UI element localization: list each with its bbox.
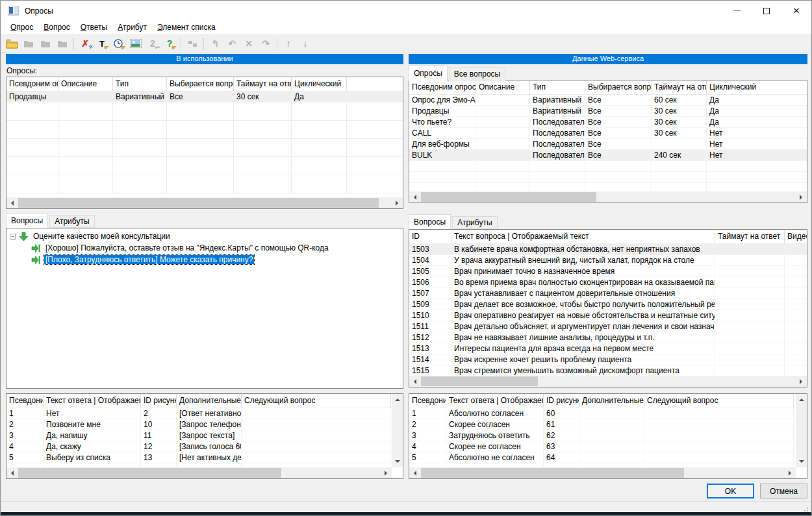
column-header[interactable]: Тип bbox=[113, 77, 167, 91]
column-header[interactable]: Дополнительные ... bbox=[177, 394, 242, 408]
table-row[interactable]: 1506Во время приема врач полностью сконц… bbox=[409, 277, 807, 288]
column-header[interactable]: Тип bbox=[530, 80, 585, 94]
tab-questions[interactable]: Вопросы bbox=[409, 214, 451, 229]
menu-vopros[interactable]: Вопрос bbox=[38, 21, 75, 33]
move-up-icon[interactable]: ↑ bbox=[280, 36, 297, 51]
vertical-scrollbar[interactable] bbox=[796, 394, 807, 467]
close-icon[interactable]: ✕ bbox=[781, 1, 811, 21]
scroll-left-icon[interactable] bbox=[409, 191, 420, 203]
column-header[interactable]: Текст вопроса | Отображаемый текст bbox=[451, 230, 715, 243]
column-header[interactable]: Циклический bbox=[707, 80, 807, 94]
column-header[interactable]: Следующий вопрос bbox=[242, 394, 391, 408]
column-header[interactable]: Псевдоним bbox=[409, 394, 446, 408]
tree-root-item[interactable]: − Оцените качество моей консультации bbox=[8, 230, 401, 242]
scroll-left-icon[interactable] bbox=[6, 197, 18, 208]
column-header[interactable]: ID рисунка bbox=[141, 394, 177, 408]
delete-question-icon[interactable]: ✗? bbox=[77, 36, 94, 51]
column-header[interactable]: ID bbox=[409, 230, 451, 243]
column-header[interactable]: Таймаут на ответ bbox=[234, 77, 292, 91]
column-header[interactable]: Псевдоним опроса bbox=[409, 80, 476, 94]
vertical-scrollbar[interactable] bbox=[392, 394, 403, 467]
tree-child-item[interactable]: [Плохо, Затрудняюсь ответить] Можете ска… bbox=[31, 254, 401, 265]
menu-element-spiska[interactable]: Элемент списка bbox=[152, 21, 221, 33]
column-header[interactable]: Дополнительные ... bbox=[579, 394, 644, 408]
horizontal-scrollbar[interactable] bbox=[409, 191, 807, 203]
menu-otvety[interactable]: Ответы bbox=[75, 21, 112, 33]
horizontal-scrollbar[interactable] bbox=[409, 467, 796, 478]
column-header[interactable]: Выбирается вопросов bbox=[585, 80, 652, 94]
scroll-right-icon[interactable] bbox=[796, 376, 807, 387]
menu-atribut[interactable]: Атрибут bbox=[112, 21, 152, 33]
column-header[interactable]: Псевдоним bbox=[6, 394, 44, 408]
table-row[interactable]: 3Да, напишу11[Запрос текста] bbox=[6, 430, 392, 441]
table-row[interactable]: 4Скорее не согласен63 bbox=[409, 441, 796, 452]
scroll-right-icon[interactable] bbox=[796, 191, 807, 203]
text-question-icon[interactable]: T☛ bbox=[94, 36, 110, 51]
ok-button[interactable]: OK bbox=[707, 484, 754, 498]
table-row[interactable]: 1512Врач не навязывает лишние анализы, п… bbox=[409, 332, 807, 343]
table-row[interactable]: 1507Врач устанавливает с пациентом довер… bbox=[409, 288, 807, 299]
image-icon[interactable] bbox=[127, 36, 144, 51]
table-row[interactable]: 3Затрудняюсь ответить62 bbox=[409, 430, 796, 441]
scroll-right-icon[interactable] bbox=[381, 467, 392, 478]
table-row[interactable]: CALLПоследовател...Все30 секНет bbox=[409, 128, 807, 139]
column-header[interactable]: Выбирается вопросов bbox=[167, 77, 234, 91]
move-down-icon[interactable]: ↓ bbox=[297, 36, 314, 51]
table-row[interactable]: 5Абсолютно не согласен64 bbox=[409, 452, 796, 463]
column-header[interactable]: ID рисунка bbox=[544, 394, 579, 408]
tab-attributes[interactable]: Атрибуты bbox=[49, 215, 94, 228]
table-row[interactable]: Опрос для Эмо-Анк...ВариативныйВсе60 сек… bbox=[409, 95, 807, 106]
table-row[interactable]: 1514Врач искренне хочет решить проблему … bbox=[409, 354, 807, 365]
scroll-right-icon[interactable] bbox=[785, 467, 796, 478]
table-row[interactable]: 1504У врача аккуратный внешний вид, чист… bbox=[409, 255, 807, 266]
tab-all-questions[interactable]: Все вопросы bbox=[449, 68, 505, 80]
column-header[interactable]: Таймаут на ответ bbox=[652, 80, 707, 94]
scroll-down-icon[interactable] bbox=[392, 456, 403, 467]
horizontal-scrollbar[interactable] bbox=[409, 376, 807, 387]
table-row[interactable]: Что пьете?Последовател...Все30 секДа bbox=[409, 117, 807, 128]
column-header[interactable]: Следующий вопрос bbox=[644, 394, 794, 408]
table-row[interactable]: 1Нет2[Ответ негативно... bbox=[6, 408, 392, 419]
table-row[interactable]: 1503В кабинете врача комфортная обстанов… bbox=[409, 244, 807, 255]
column-header[interactable]: Текст ответа | Отображаемый... bbox=[446, 394, 544, 408]
column-header[interactable]: Псевдоним опр... bbox=[6, 77, 58, 91]
scroll-up-icon[interactable] bbox=[796, 394, 807, 405]
column-header[interactable]: Таймаут на ответ bbox=[715, 230, 785, 243]
scroll-up-icon[interactable] bbox=[392, 394, 403, 405]
table-row[interactable]: ПродавцыВариативныйВсе30 секДа bbox=[6, 92, 403, 103]
table-row[interactable]: 1505Врач принимает точно в назначенное в… bbox=[409, 266, 807, 277]
maximize-icon[interactable] bbox=[752, 1, 781, 21]
table-row[interactable]: 2Позвоните мне10[Запрос телефона ... bbox=[6, 419, 392, 430]
collapse-icon[interactable]: − bbox=[10, 234, 16, 240]
add-question-icon[interactable]: ?☛ bbox=[161, 36, 178, 51]
minimize-icon[interactable] bbox=[722, 1, 752, 21]
horizontal-scrollbar[interactable] bbox=[6, 197, 403, 208]
scroll-left-icon[interactable] bbox=[409, 467, 420, 478]
scroll-right-icon[interactable] bbox=[392, 197, 403, 208]
menu-opros[interactable]: Опрос bbox=[5, 21, 38, 33]
scroll-left-icon[interactable] bbox=[409, 376, 420, 387]
table-row[interactable]: 2Скорее согласен61 bbox=[409, 419, 796, 430]
open-folder-icon[interactable] bbox=[3, 36, 20, 51]
table-row[interactable]: 1515Врач стремится уменьшить возможный д… bbox=[409, 365, 807, 376]
table-row[interactable]: BULKПоследовател...Все240 секНет bbox=[409, 150, 807, 161]
table-row[interactable]: 5Выберу из списка13[Нет активных де... bbox=[6, 452, 392, 463]
table-row[interactable]: ПродавцыВариативныйВсе30 секДа bbox=[409, 106, 807, 117]
scroll-down-icon[interactable] bbox=[796, 456, 807, 467]
horizontal-scrollbar[interactable] bbox=[6, 467, 392, 478]
tab-questions[interactable]: Вопросы bbox=[6, 213, 48, 228]
table-row[interactable]: 1Абсолютно согласен60 bbox=[409, 408, 796, 419]
column-header[interactable]: Описание bbox=[58, 77, 113, 91]
column-header[interactable]: Текст ответа | Отображаемый... bbox=[44, 394, 141, 408]
table-row[interactable]: 1511Врач детально объясняет, и аргументи… bbox=[409, 321, 807, 332]
table-row[interactable]: Для веб-формыПоследовател...ВсеНет bbox=[409, 139, 807, 150]
column-header[interactable]: Описание bbox=[476, 80, 530, 94]
tab-surveys[interactable]: Опросы bbox=[409, 66, 448, 80]
resize-grip[interactable] bbox=[802, 506, 809, 512]
table-row[interactable]: 4Да, скажу12[Запись голоса 60 ... bbox=[6, 441, 392, 452]
table-row[interactable]: 1510Врач оперативно реагирует на новые о… bbox=[409, 310, 807, 321]
timeout-icon[interactable]: ☛ bbox=[110, 36, 127, 51]
column-header[interactable]: Циклический bbox=[292, 77, 347, 91]
table-row[interactable]: 1509Врач делает все возможное, чтобы быс… bbox=[409, 299, 807, 310]
cancel-button[interactable]: Отмена bbox=[760, 484, 807, 498]
